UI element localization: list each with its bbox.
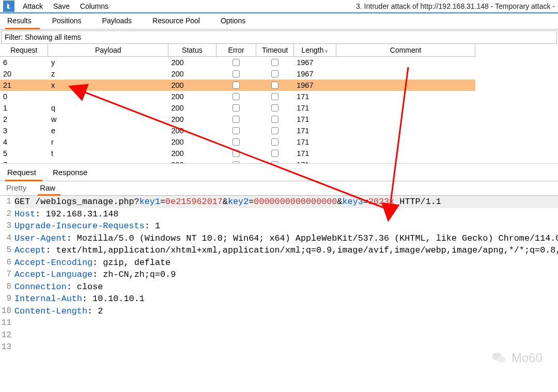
error-checkbox [233, 138, 240, 146]
detail-tabs: Request Response [0, 165, 558, 181]
col-request[interactable]: Request [0, 44, 48, 57]
timeout-checkbox [271, 59, 278, 66]
tab-payloads[interactable]: Payloads [100, 13, 141, 29]
timeout-checkbox [271, 127, 278, 134]
timeout-checkbox [271, 116, 278, 123]
wechat-icon [491, 350, 507, 366]
table-row[interactable]: 3e200171 [0, 125, 475, 136]
error-checkbox [233, 93, 240, 100]
menu-columns[interactable]: Columns [75, 1, 114, 11]
col-length[interactable]: Length∨ [293, 44, 336, 57]
results-panel: Request Payload Status Error Timeout Len… [0, 44, 558, 164]
table-row[interactable]: 1q200171 [0, 102, 475, 114]
tab-pretty[interactable]: Pretty [4, 181, 32, 195]
table-row[interactable]: 6y2001967 [0, 57, 475, 68]
tab-raw[interactable]: Raw [38, 181, 60, 196]
timeout-checkbox [271, 70, 278, 77]
error-checkbox [233, 150, 240, 157]
col-status[interactable]: Status [168, 44, 216, 57]
timeout-checkbox [271, 93, 278, 100]
timeout-checkbox [271, 104, 278, 112]
view-tabs: Pretty Raw [0, 181, 558, 196]
tab-response[interactable]: Response [51, 165, 94, 181]
timeout-checkbox [271, 138, 278, 146]
svg-point-5 [498, 355, 499, 356]
timeout-checkbox [271, 82, 278, 89]
filter-bar[interactable]: Filter: Showing all items [1, 30, 557, 44]
error-checkbox [233, 70, 240, 77]
results-table: Request Payload Status Error Timeout Len… [0, 44, 475, 164]
tab-options[interactable]: Options [219, 13, 254, 29]
table-row[interactable]: 4r200171 [0, 136, 475, 148]
error-checkbox [233, 161, 240, 164]
col-comment[interactable]: Comment [336, 44, 475, 57]
svg-point-4 [495, 355, 496, 356]
main-tabs: Results Positions Payloads Resource Pool… [0, 13, 558, 29]
table-row[interactable]: 20z2001967 [0, 68, 475, 80]
error-checkbox [233, 82, 240, 89]
table-row[interactable]: 2w200171 [0, 114, 475, 125]
raw-request-editor[interactable]: 1GET /weblogs_manage.php?key1=0e21596201… [0, 196, 558, 354]
table-row[interactable]: 21x2001967 [0, 80, 475, 91]
window-title: 3. Intruder attack of http://192.168.31.… [356, 2, 555, 10]
menu-attack[interactable]: Attack [18, 1, 48, 11]
tab-resource-pool[interactable]: Resource Pool [150, 13, 208, 29]
error-checkbox [233, 59, 240, 66]
error-checkbox [233, 116, 240, 123]
col-payload[interactable]: Payload [48, 44, 168, 57]
sort-indicator-icon: ∨ [324, 48, 328, 54]
tab-request[interactable]: Request [5, 165, 42, 181]
timeout-checkbox [271, 161, 278, 164]
table-row[interactable]: 5t200171 [0, 148, 475, 159]
menu-save[interactable]: Save [48, 1, 75, 11]
col-timeout[interactable]: Timeout [256, 44, 293, 57]
watermark-text: Mo60 [512, 351, 542, 365]
svg-point-7 [502, 358, 503, 359]
error-checkbox [233, 127, 240, 134]
tab-results[interactable]: Results [5, 13, 40, 29]
col-error[interactable]: Error [216, 44, 256, 57]
table-row[interactable]: 0200171 [0, 91, 475, 102]
svg-point-6 [500, 358, 501, 359]
watermark: Mo60 [491, 350, 542, 366]
menu-bar: Attack Save Columns 3. Intruder attack o… [0, 0, 558, 13]
error-checkbox [233, 104, 240, 112]
table-row[interactable]: 7u200171 [0, 159, 475, 164]
svg-point-3 [498, 356, 505, 363]
tab-positions[interactable]: Positions [50, 13, 90, 29]
app-icon [3, 1, 14, 12]
timeout-checkbox [271, 150, 278, 157]
